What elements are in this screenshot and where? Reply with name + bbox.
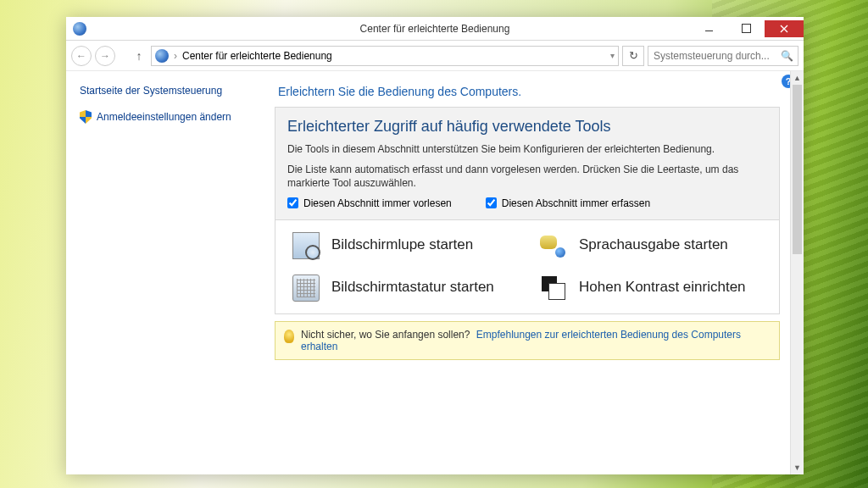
refresh-button[interactable]: ↻ [622,46,644,66]
control-panel-window: Center für erleichterte Bedienung ← → ↑ … [66,17,804,474]
chevron-down-icon[interactable]: ▾ [610,51,615,60]
address-bar[interactable]: › Center für erleichterte Bedienung ▾ [151,46,619,66]
tool-label: Sprachausgabe starten [579,236,728,253]
scroll-thumb[interactable] [793,85,802,254]
breadcrumb[interactable]: Center für erleichterte Bedienung [182,50,332,62]
tool-start-magnifier[interactable]: Bildschirmlupe starten [292,232,515,259]
recommendation-bar: Nicht sicher, wo Sie anfangen sollen? Em… [275,321,780,360]
search-input[interactable] [654,50,781,62]
breadcrumb-separator-icon: › [174,50,177,62]
tool-label: Hohen Kontrast einrichten [579,279,746,296]
panel-title: Erleichterter Zugriff auf häufig verwend… [287,118,767,136]
close-button[interactable] [765,20,804,37]
search-box[interactable]: 🔍 [648,46,798,66]
checkbox-always-read[interactable]: Diesen Abschnitt immer vorlesen [287,197,452,209]
tool-label: Bildschirmlupe starten [331,236,473,253]
maximize-button[interactable] [727,20,765,37]
sidebar-item-label: Startseite der Systemsteuerung [80,85,222,97]
tool-label: Bildschirmtastatur starten [331,279,494,296]
forward-button[interactable]: → [95,46,115,66]
scroll-down-arrow-icon[interactable]: ▼ [791,461,804,474]
content-area: Startseite der Systemsteuerung Anmeldeei… [66,71,804,474]
search-icon: 🔍 [781,50,793,62]
panel-checkboxes: Diesen Abschnitt immer vorlesen Diesen A… [287,197,767,209]
lightbulb-icon [284,330,294,343]
tool-start-narrator[interactable]: Sprachausgabe starten [540,232,762,259]
checkbox-input[interactable] [287,197,298,208]
panel-description-2: Die Liste kann automatisch erfasst und d… [287,163,767,190]
tool-setup-high-contrast[interactable]: Hohen Kontrast einrichten [540,274,762,302]
checkbox-label: Diesen Abschnitt immer vorlesen [303,197,452,209]
minimize-button[interactable] [690,20,727,37]
panel-description-1: Die Tools in diesem Abschnitt unterstütz… [287,142,767,156]
checkbox-always-scan[interactable]: Diesen Abschnitt immer erfassen [486,197,650,209]
back-button[interactable]: ← [71,46,92,66]
close-icon [780,25,788,33]
vertical-scrollbar[interactable]: ▲ ▼ [790,71,804,474]
sidebar: Startseite der Systemsteuerung Anmeldeei… [66,71,270,474]
quick-access-panel: Erleichterter Zugriff auf häufig verwend… [275,107,780,220]
navigation-bar: ← → ↑ › Center für erleichterte Bedienun… [66,41,804,71]
checkbox-label: Diesen Abschnitt immer erfassen [502,197,650,209]
window-controls [690,20,804,37]
sidebar-item-label: Anmeldeeinstellungen ändern [97,111,231,123]
sidebar-link-signin-settings[interactable]: Anmeldeeinstellungen ändern [80,110,261,124]
tool-grid: Bildschirmlupe starten Sprachausgabe sta… [275,220,780,314]
high-contrast-icon [540,274,567,302]
narrator-icon [540,232,567,259]
shield-icon [80,110,92,124]
magnifier-icon [292,232,320,259]
titlebar: Center für erleichterte Bedienung [66,17,804,41]
hint-question: Nicht sicher, wo Sie anfangen sollen? [301,329,470,341]
tool-start-on-screen-keyboard[interactable]: Bildschirmtastatur starten [292,274,515,302]
scroll-up-arrow-icon[interactable]: ▲ [791,71,804,85]
app-icon [73,22,86,36]
sidebar-link-home[interactable]: Startseite der Systemsteuerung [80,85,261,97]
page-heading: Erleichtern Sie die Bedienung des Comput… [278,85,797,98]
up-button[interactable]: ↑ [131,47,147,64]
location-icon [155,49,169,63]
checkbox-input[interactable] [486,197,497,208]
keyboard-icon [292,274,320,302]
main-panel: ? Erleichtern Sie die Bedienung des Comp… [270,71,804,474]
